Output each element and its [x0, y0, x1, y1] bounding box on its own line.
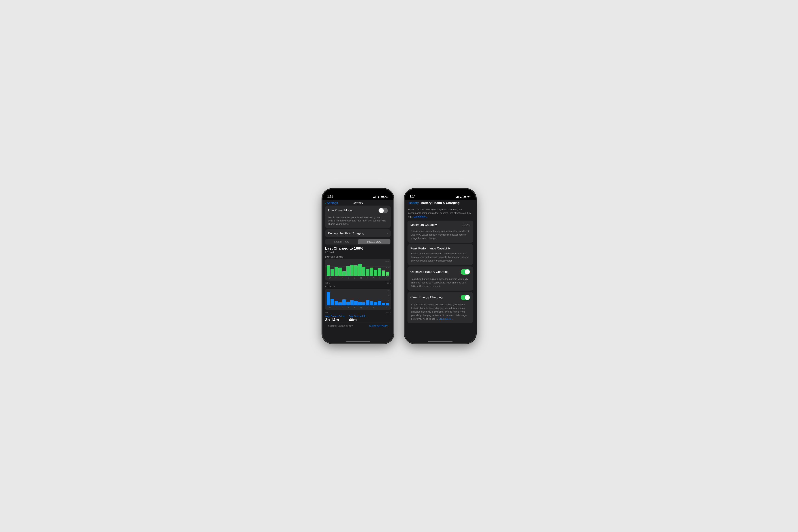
clean-energy-card: Clean Energy Charging In your region, iP… — [407, 292, 473, 323]
y-100: 100% — [385, 260, 390, 262]
wifi-icon-2: ▲ — [460, 195, 462, 198]
show-activity-btn[interactable]: SHOW ACTIVITY — [369, 325, 388, 327]
back-chevron-2: ‹ — [407, 201, 408, 205]
screen-1: ‹ Settings Battery Low Power Mode Low Po… — [322, 200, 394, 343]
battery-health-chevron: › — [387, 232, 387, 235]
bottom-row-1: BATTERY USAGE BY APP SHOW ACTIVITY — [325, 322, 391, 329]
avg-active-value: 3h 14m — [325, 318, 345, 322]
clean-energy-toggle-row: Clean Energy Charging — [407, 292, 473, 303]
activity-label: ACTIVITY — [325, 285, 391, 288]
clean-energy-label: Clean Energy Charging — [411, 296, 443, 299]
time-1: 1:11 — [327, 195, 333, 198]
y-12h: 12h — [387, 290, 390, 292]
clean-energy-learn-more[interactable]: Learn More... — [439, 318, 453, 320]
battery-health-label: Battery Health & Charging — [328, 231, 364, 235]
toggle-knob — [379, 208, 384, 213]
battery-health-group: Battery Health & Charging › — [325, 229, 391, 238]
phones-container: 1:11 ▲ 97 — [322, 189, 476, 343]
y-50: 50% — [386, 267, 390, 268]
max-capacity-card: Maximum Capacity 100% This is a measure … — [407, 221, 473, 243]
optimized-toggle-row: Optimized Battery Charging — [407, 266, 473, 277]
battery-icon-1: 97 — [381, 195, 388, 198]
date-start-2: Feb 1 — [325, 311, 330, 314]
wifi-icon-1: ▲ — [377, 195, 380, 198]
time-2: 1:14 — [410, 195, 415, 198]
low-power-toggle[interactable] — [378, 208, 388, 213]
clean-energy-desc: In your region, iPhone will try to reduc… — [407, 303, 473, 323]
x-axis-usage: W T F S S M T W T F — [327, 276, 389, 279]
nav-bar-1: ‹ Settings Battery — [322, 200, 394, 206]
y-0m: 0m — [387, 305, 390, 306]
dynamic-island-1 — [347, 191, 369, 198]
tab-24h[interactable]: Last 24 Hours — [326, 239, 358, 244]
capacity-row: Maximum Capacity 100% — [407, 221, 473, 229]
date-end-1: Feb 5 — [386, 282, 391, 284]
last-charged-title: Last Charged to 100% — [325, 246, 391, 250]
battery-health-row[interactable]: Battery Health & Charging › — [325, 229, 391, 238]
status-icons-1: ▲ 97 — [373, 195, 388, 198]
tab-10d[interactable]: Last 10 Days — [358, 239, 390, 244]
home-indicator-1 — [346, 341, 370, 342]
y-0: 0% — [387, 275, 390, 277]
activity-bars — [327, 290, 389, 305]
activity-chart: 12h 9h 6h 3h 0m W T F S S M T W T — [325, 289, 391, 310]
dynamic-island-2 — [429, 191, 451, 198]
optimized-desc: To reduce battery aging, iPhone learns f… — [407, 277, 473, 290]
screen-2: ‹ Battery Battery Health & Charging Phon… — [404, 200, 476, 343]
clean-energy-toggle-knob — [465, 295, 470, 300]
back-chevron-1: ‹ — [325, 201, 326, 205]
page-title-2: Battery Health & Charging — [421, 201, 460, 205]
avg-idle: Avg. Screen Idle 46m — [348, 315, 366, 322]
peak-performance-header: Peak Performance Capability — [407, 244, 473, 252]
battery-pct-2: 97 — [468, 195, 471, 198]
capacity-desc: This is a measure of battery capacity re… — [407, 229, 473, 243]
avg-idle-label: Avg. Screen Idle — [348, 315, 366, 318]
x-axis-activity: W T F S S M T W T F — [327, 306, 389, 309]
clean-energy-toggle[interactable] — [461, 294, 470, 300]
back-label-2: Battery — [409, 201, 419, 205]
date-labels-usage: Feb 1 Feb 5 — [325, 282, 391, 284]
status-icons-2: ▲ 97 — [456, 195, 471, 198]
date-end-2: Feb 5 — [386, 311, 391, 314]
intro-text: Phone batteries, like all rechargeable b… — [404, 206, 476, 221]
home-indicator-2 — [428, 341, 453, 342]
signal-icon-2 — [456, 196, 459, 198]
battery-bars — [327, 261, 389, 276]
capacity-label: Maximum Capacity — [411, 223, 437, 227]
phone-2: 1:14 ▲ 97 — [404, 189, 476, 343]
battery-usage-label: BATTERY USAGE — [325, 256, 391, 258]
back-button-1[interactable]: ‹ Settings — [325, 201, 338, 205]
avg-idle-value: 46m — [348, 318, 366, 322]
date-start-1: Feb 1 — [325, 282, 330, 284]
y-9h: 9h — [387, 295, 390, 297]
back-nav-2: ‹ Battery Battery Health & Charging — [404, 200, 476, 206]
peak-performance-card: Peak Performance Capability Built-in dyn… — [407, 244, 473, 265]
peak-performance-label: Peak Performance Capability — [411, 247, 451, 250]
last-charged-time: 8:32 AM — [325, 251, 391, 254]
low-power-label: Low Power Mode — [328, 209, 352, 212]
low-power-desc: Low Power Mode temporarily reduces backg… — [325, 216, 391, 228]
low-power-group: Low Power Mode Low Power Mode temporaril… — [325, 206, 391, 228]
screen-averages: Avg. Screen Active 3h 14m Avg. Screen Id… — [325, 315, 391, 322]
phone-1: 1:11 ▲ 97 — [322, 189, 394, 343]
peak-performance-desc: Built-in dynamic software and hardware s… — [407, 252, 473, 265]
learn-more-link[interactable]: Learn more... — [413, 215, 428, 218]
page-title-1: Battery — [353, 201, 363, 205]
settings-list-1: Low Power Mode Low Power Mode temporaril… — [322, 206, 394, 329]
avg-active: Avg. Screen Active 3h 14m — [325, 315, 345, 322]
optimized-toggle-knob — [465, 269, 470, 274]
capacity-value: 100% — [462, 223, 470, 227]
low-power-row: Low Power Mode — [325, 206, 391, 216]
back-button-2[interactable]: ‹ Battery — [407, 201, 419, 205]
avg-active-label: Avg. Screen Active — [325, 315, 345, 318]
optimized-label: Optimized Battery Charging — [411, 270, 449, 274]
optimized-toggle[interactable] — [461, 269, 470, 275]
back-label-1: Settings — [327, 201, 338, 205]
signal-icon-1 — [373, 196, 376, 198]
battery-pct-1: 97 — [386, 195, 388, 198]
battery-usage-chart: 100% 50% 0% W T F S S M T W T F — [325, 259, 391, 281]
optimized-charging-card: Optimized Battery Charging To reduce bat… — [407, 266, 473, 290]
battery-icon-2: 97 — [463, 195, 471, 198]
y-6h: 6h — [387, 300, 390, 301]
tab-selector: Last 24 Hours Last 10 Days — [325, 239, 391, 245]
